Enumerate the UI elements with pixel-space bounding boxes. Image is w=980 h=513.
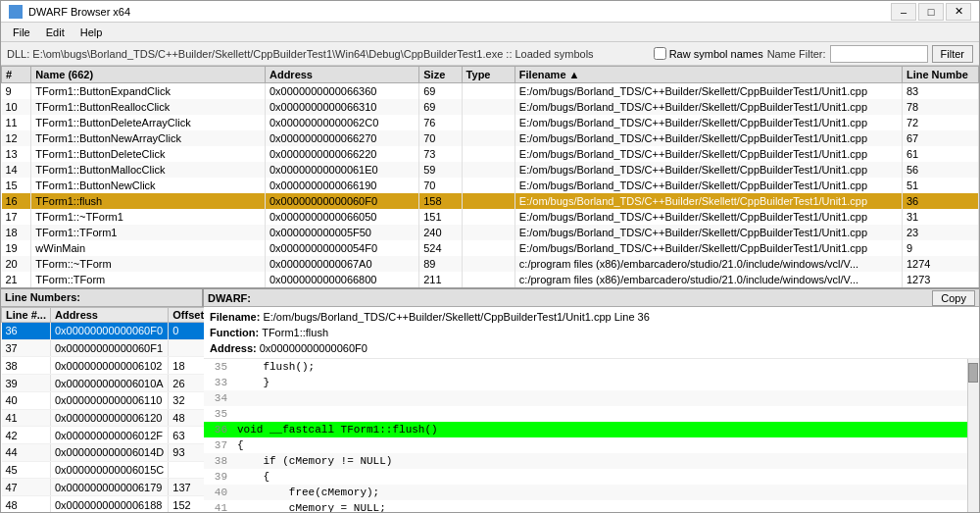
code-line: 33 } [204, 375, 979, 390]
toolbar: DLL: E:\om\bugs\Borland_TDS/C++Builder/S… [1, 42, 979, 66]
code-line-content: void __fastcall TForm1::flush() [233, 424, 979, 436]
code-line-content: { [233, 439, 979, 451]
dwarf-address-line: Address: 0x00000000000060F0 [210, 340, 973, 356]
code-line: 34 [204, 390, 979, 406]
dwarf-filename-value: E:/om/bugs/Borland_TDS/C++Builder/Skelle… [263, 311, 649, 323]
dwarf-filename-label: Filename: [210, 311, 263, 323]
line-table-row[interactable]: 420x000000000006012F63 [2, 427, 209, 444]
col-linenum: Line Numbe [902, 67, 978, 83]
code-line: 41 cMemory = NULL; [204, 500, 979, 513]
col-line-offset: Offset [169, 308, 209, 323]
dwarf-header-label: DWARF: [208, 292, 251, 304]
code-line-content: free(cMemory); [233, 487, 979, 498]
dwarf-address-value: 0x00000000000060F0 [260, 342, 368, 354]
menu-help[interactable]: Help [73, 25, 111, 40]
main-area: # Name (662) Address Size Type Filename … [1, 66, 979, 513]
menu-edit[interactable]: Edit [38, 25, 73, 40]
col-name: Name (662) [31, 67, 266, 83]
scroll-indicator[interactable] [967, 359, 979, 513]
line-table-row[interactable]: 390x000000000006010A26 [2, 375, 209, 392]
dwarf-function-value: TForm1::flush [262, 327, 328, 338]
code-line: 36void __fastcall TForm1::flush() [204, 422, 979, 437]
table-row[interactable]: 15TForm1::ButtonNewClick0x00000000000661… [2, 178, 979, 193]
col-line-addr: Address [50, 308, 168, 323]
code-line-number: 40 [204, 487, 233, 498]
dwarf-panel: DWARF: Copy Filename: E:/om/bugs/Borland… [204, 289, 979, 513]
dwarf-info: Filename: E:/om/bugs/Borland_TDS/C++Buil… [204, 307, 979, 359]
raw-symbol-names-checkbox[interactable] [654, 47, 666, 60]
code-line-number: 38 [204, 455, 233, 467]
table-row[interactable]: 21TForm::TForm0x0000000000066800211c:/pr… [2, 272, 979, 287]
line-table-header: Line #... Address Offset [2, 308, 209, 323]
table-row[interactable]: 12TForm1::ButtonNewArrayClick0x000000000… [2, 130, 979, 146]
code-line-number: 39 [204, 471, 233, 483]
table-row[interactable]: 19wWinMain0x00000000000054F0524E:/om/bug… [2, 240, 979, 256]
line-table-row[interactable]: 410x000000000000612048 [2, 409, 209, 427]
dwarf-function-line: Function: TForm1::flush [210, 325, 973, 340]
menu-bar: File Edit Help [1, 23, 979, 42]
dwarf-header: DWARF: Copy [204, 289, 979, 307]
code-line-number: 33 [204, 377, 233, 388]
table-row[interactable]: 10TForm1::ButtonReallocClick0x0000000000… [2, 99, 979, 115]
dwarf-address-label: Address: [210, 342, 260, 354]
col-line-num: Line #... [2, 308, 51, 323]
scroll-thumb[interactable] [968, 363, 978, 383]
code-line-number: 36 [204, 424, 233, 436]
line-table-row[interactable]: 480x0000000000006188152 [2, 496, 209, 513]
line-table-row[interactable]: 440x000000000006014D93 [2, 444, 209, 462]
table-row[interactable]: 20TForm::~TForm0x0000000000067A089c:/pro… [2, 256, 979, 272]
minimize-button[interactable]: – [891, 3, 916, 21]
menu-file[interactable]: File [5, 25, 38, 40]
table-row[interactable]: 18TForm1::TForm10x000000000005F50240E:/o… [2, 225, 979, 240]
line-numbers-table: Line #... Address Offset 360x00000000000… [1, 307, 209, 513]
upper-table-container: # Name (662) Address Size Type Filename … [1, 66, 979, 289]
col-filename: Filename ▲ [514, 67, 902, 83]
app-icon [9, 5, 23, 19]
raw-symbol-names-label[interactable]: Raw symbol names [654, 47, 763, 60]
dll-path: DLL: E:\om\bugs\Borland_TDS/C++Builder/S… [7, 48, 650, 60]
col-address: Address [265, 67, 418, 83]
line-numbers-panel: Line Numbers: Line #... Address Offset 3… [1, 289, 204, 513]
code-line-content: flush(); [233, 361, 979, 373]
code-line-content: { [233, 471, 979, 483]
code-line: 35 flush(); [204, 359, 979, 375]
maximize-button[interactable]: □ [918, 3, 944, 21]
code-line-number: 41 [204, 502, 233, 513]
code-line: 40 free(cMemory); [204, 485, 979, 500]
line-table-row[interactable]: 370x00000000000060F1 [2, 339, 209, 357]
table-row[interactable]: 16TForm1::flush0x00000000000060F0158E:/o… [2, 193, 979, 209]
code-line-content: cMemory = NULL; [233, 502, 979, 513]
code-lines-container: 35 flush();33 }343536void __fastcall TFo… [204, 359, 979, 513]
col-num: # [2, 67, 31, 83]
line-table-row[interactable]: 470x0000000000006179137 [2, 479, 209, 496]
window-controls[interactable]: – □ ✕ [891, 3, 971, 21]
dwarf-function-label: Function: [210, 327, 262, 338]
raw-symbol-names-text: Raw symbol names [669, 48, 763, 60]
table-header-row: # Name (662) Address Size Type Filename … [2, 67, 979, 83]
table-row[interactable]: 17TForm1::~TForm10x0000000000066050151E:… [2, 209, 979, 225]
copy-button[interactable]: Copy [932, 290, 975, 306]
code-line-content: } [233, 377, 979, 388]
line-table-body: 360x00000000000060F00370x00000000000060F… [2, 323, 209, 514]
name-filter-label: Name Filter: [767, 48, 826, 60]
title-bar: DWARF Browser x64 – □ ✕ [1, 1, 979, 23]
filter-button[interactable]: Filter [932, 45, 973, 63]
dwarf-code: 35 flush();33 }343536void __fastcall TFo… [204, 359, 979, 513]
code-line: 37{ [204, 437, 979, 453]
line-table-row[interactable]: 360x00000000000060F00 [2, 323, 209, 340]
dwarf-filename-line: Filename: E:/om/bugs/Borland_TDS/C++Buil… [210, 309, 973, 325]
close-button[interactable]: ✕ [946, 3, 971, 21]
table-row[interactable]: 13TForm1::ButtonDeleteClick0x00000000000… [2, 146, 979, 162]
line-table-row[interactable]: 450x000000000006015C [2, 461, 209, 479]
window-title: DWARF Browser x64 [28, 6, 891, 18]
table-row[interactable]: 11TForm1::ButtonDeleteArrayClick0x000000… [2, 115, 979, 130]
table-row[interactable]: 14TForm1::ButtonMallocClick0x00000000000… [2, 162, 979, 178]
col-type: Type [462, 67, 514, 83]
line-table-row[interactable]: 400x000000000000611032 [2, 391, 209, 409]
code-line-number: 35 [204, 361, 233, 373]
code-line-number: 37 [204, 439, 233, 451]
code-line-content: if (cMemory != NULL) [233, 455, 979, 467]
line-table-row[interactable]: 380x000000000000610218 [2, 357, 209, 375]
table-row[interactable]: 9TForm1::ButtonExpandClick0x000000000006… [2, 83, 979, 99]
name-filter-input[interactable] [830, 45, 928, 63]
